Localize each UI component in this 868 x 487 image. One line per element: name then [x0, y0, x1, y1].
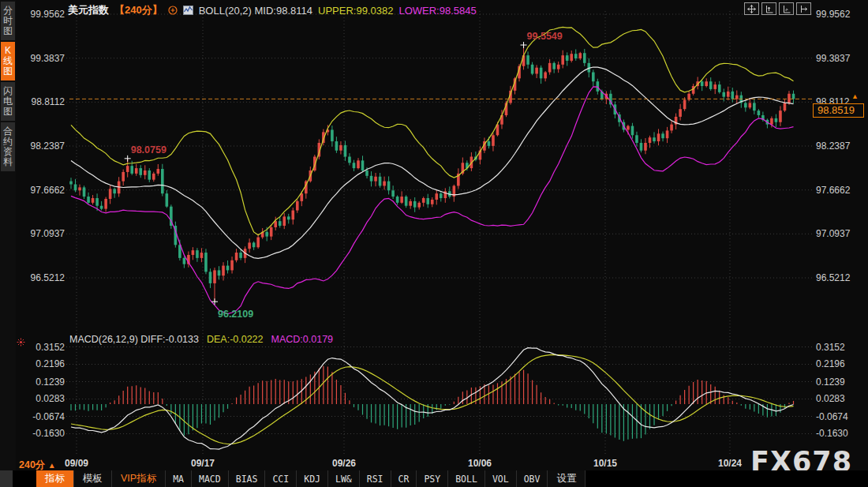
x-axis-tick-label: 10/06: [468, 458, 492, 469]
toolbar-button-obv[interactable]: OBV: [517, 470, 548, 487]
zoom-y-axis-button[interactable]: [761, 2, 776, 15]
sidebar-tab-contract-info[interactable]: 合约资料: [1, 122, 15, 171]
shift-axis-icon: [799, 5, 808, 13]
price-extreme-marker: [521, 42, 527, 48]
macd-tick-label-left: 0.0283: [36, 393, 65, 404]
pan-tool-icon: [747, 5, 756, 13]
y-axis-tick-label-right: 99.3837: [816, 53, 851, 64]
toolbar-button-kdj[interactable]: KDJ: [297, 470, 328, 487]
boll-upper-readout: UPPER:99.0382: [318, 5, 393, 17]
macd-tick-label-right: 0.1239: [816, 376, 845, 388]
toolbar-button-psy[interactable]: PSY: [417, 470, 448, 487]
gridlines: [66, 11, 813, 456]
price-extreme-label: 96.2109: [218, 309, 253, 320]
y-axis-tick-label-right: 99.9562: [816, 9, 851, 20]
sidebar: 分时图K线图闪电图合约资料: [0, 0, 16, 487]
sidebar-tab-lightning-chart[interactable]: 闪电图: [1, 82, 15, 121]
macd-header: MACD(26,12,9) DIFF:-0.0133 DEA:-0.0222 M…: [69, 334, 333, 345]
y-axis-tick-label-left: 96.5212: [31, 272, 65, 283]
toolbar-button-rsi[interactable]: RSI: [360, 470, 391, 487]
macd-dea-readout: DEA:-0.0222: [207, 334, 264, 345]
boll-mid-line: [71, 67, 793, 258]
price-extreme-label: 99.5549: [527, 31, 563, 42]
zoom-x-axis-icon: [782, 5, 791, 13]
price-extreme-marker: [211, 298, 218, 305]
macd-tick-label-left: 0.2196: [36, 358, 65, 369]
macd-tick-label-left: 0.1239: [36, 376, 65, 388]
toolbar-button-boll[interactable]: BOLL: [448, 470, 485, 487]
sidebar-tab-candlestick-chart[interactable]: K线图: [1, 42, 15, 81]
macd-diff-readout: MACD(26,12,9) DIFF:-0.0133: [69, 334, 199, 345]
shift-axis-button[interactable]: [796, 2, 811, 15]
macd-tick-label-right: -0.1630: [816, 428, 848, 439]
y-axis-tick-label-right: 98.2387: [816, 140, 851, 152]
x-axis-tick-label: 10/15: [593, 458, 617, 469]
y-axis-tick-label-left: 98.8112: [32, 96, 65, 107]
latest-price-tag: 98.8519: [813, 103, 864, 118]
toolbar-button-lwr[interactable]: LW&: [328, 470, 360, 487]
toolbar-button-macd[interactable]: MACD: [192, 470, 229, 487]
toolbar-button-cci[interactable]: CCI: [265, 470, 297, 487]
y-axis-tick-label-left: 97.0937: [31, 228, 65, 239]
chart-tool-buttons: [744, 2, 811, 15]
toolbar-button-templates[interactable]: 模板: [74, 470, 112, 487]
indicator-toolbar: 指标模板VIP指标MAMACDBIASCCIKDJLW&RSICRPSYBOLL…: [0, 470, 868, 487]
zoom-y-axis-icon: [765, 5, 773, 13]
indicator-toggle-icon[interactable]: [168, 6, 178, 15]
y-axis-tick-label-left: 99.9562: [31, 9, 65, 20]
toolbar-button-cr[interactable]: CR: [391, 470, 417, 487]
pan-tool-button[interactable]: [744, 2, 759, 15]
toolbar-button-vol[interactable]: VOL: [485, 470, 517, 487]
x-axis-tick-label: 09/17: [191, 458, 215, 469]
toolbar-button-vip-indicators[interactable]: VIP指标: [112, 470, 166, 487]
x-axis-tick-label: 09/09: [65, 458, 88, 469]
macd-tick-label-right: -0.0674: [816, 411, 848, 422]
symbol-name: 美元指数: [68, 3, 109, 17]
macd-tick-label-left: 0.3152: [36, 342, 65, 353]
candlestick-series: [69, 45, 795, 302]
boll-mid-readout: BOLL(20,2) MID:98.8114: [199, 5, 312, 17]
y-axis-tick-label-left: 99.3837: [31, 53, 65, 64]
price-extreme-marker: [125, 155, 131, 162]
y-axis-tick-label-right: 96.5212: [816, 272, 851, 283]
y-axis-tick-label-right: 97.0937: [816, 228, 851, 239]
bollinger-bands: [71, 27, 793, 313]
latest-price-marker-icon: ▲: [851, 92, 859, 100]
macd-tick-label-right: 0.3152: [816, 342, 845, 353]
chart-header: 美元指数 【240分】 BOLL(20,2) MID:98.8114 UPPER…: [68, 4, 477, 17]
period-badge: 【240分】: [114, 3, 163, 17]
x-axis-tick-label: 09/26: [332, 458, 356, 469]
toolbar-corner-cell[interactable]: [0, 470, 13, 487]
y-axis-tick-label-right: 97.6662: [816, 185, 851, 196]
sidebar-tab-time-share-chart[interactable]: 分时图: [1, 2, 15, 40]
zoom-x-axis-button[interactable]: [779, 2, 794, 15]
macd-tick-label-right: 0.2196: [816, 358, 845, 369]
chart-canvas[interactable]: 98.075996.210999.554999.956299.956299.38…: [0, 0, 868, 487]
toolbar-button-settings[interactable]: 设置: [548, 470, 586, 487]
y-axis-tick-label-left: 98.2387: [31, 140, 65, 152]
macd-bar-readout: MACD:0.0179: [271, 334, 334, 345]
y-axis-tick-label-left: 97.6662: [31, 185, 65, 196]
boll-chart-icon: [183, 6, 193, 15]
trading-app-window: 分时图K线图闪电图合约资料 98.075996.210999.554999.95…: [0, 0, 868, 487]
toolbar-button-indicators[interactable]: 指标: [36, 470, 74, 487]
price-extreme-label: 98.0759: [131, 144, 166, 155]
toolbar-button-ma[interactable]: MA: [166, 470, 192, 487]
boll-lower-readout: LOWER:98.5845: [398, 5, 476, 17]
period-dropdown-arrow: ▲: [48, 461, 56, 470]
x-axis-tick-label: 10/24: [718, 458, 742, 469]
macd-tick-label-right: 0.0283: [816, 393, 845, 404]
macd-settings-icon[interactable]: [17, 335, 25, 350]
toolbar-button-bias[interactable]: BIAS: [229, 470, 266, 487]
macd-tick-label-left: -0.0674: [32, 411, 65, 422]
macd-tick-label-left: -0.1630: [32, 428, 65, 439]
period-selector-label: 240分: [19, 459, 45, 470]
toolbar-spacer: [13, 470, 36, 487]
